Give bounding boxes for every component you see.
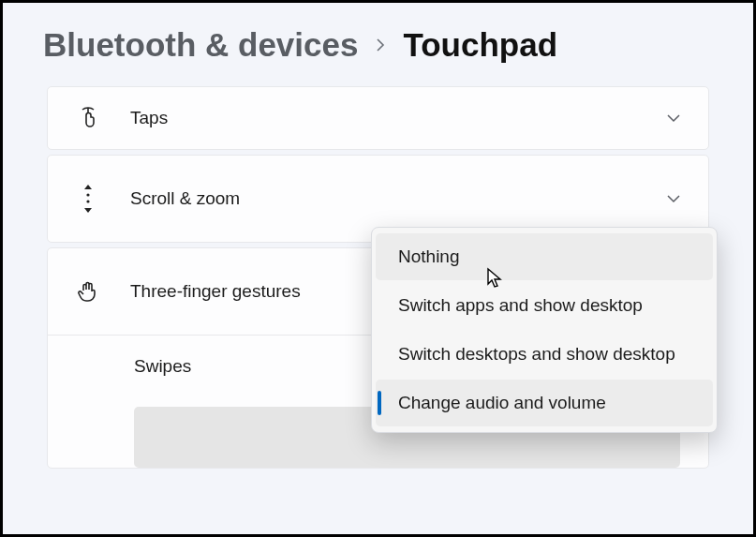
panel-taps[interactable]: Taps bbox=[47, 86, 709, 150]
dropdown-option-switch-apps[interactable]: Switch apps and show desktop bbox=[376, 282, 713, 329]
hand-icon bbox=[74, 279, 102, 304]
svg-point-1 bbox=[86, 200, 89, 202]
svg-point-0 bbox=[86, 193, 89, 196]
dropdown-option-switch-desktops[interactable]: Switch desktops and show desktop bbox=[376, 331, 713, 378]
chevron-right-icon bbox=[373, 37, 388, 52]
tap-icon bbox=[74, 106, 102, 130]
dropdown-option-nothing[interactable]: Nothing bbox=[376, 233, 713, 280]
swipes-dropdown: Nothing Switch apps and show desktop Swi… bbox=[371, 227, 718, 433]
chevron-down-icon bbox=[665, 110, 682, 127]
swipes-label: Swipes bbox=[134, 356, 191, 376]
breadcrumb-parent-link[interactable]: Bluetooth & devices bbox=[43, 26, 358, 64]
scroll-zoom-icon bbox=[74, 183, 102, 215]
panel-title-taps: Taps bbox=[130, 108, 665, 128]
dropdown-option-audio-volume[interactable]: Change audio and volume bbox=[376, 380, 713, 426]
breadcrumb-current: Touchpad bbox=[403, 26, 557, 64]
breadcrumb: Bluetooth & devices Touchpad bbox=[6, 6, 750, 64]
panel-title-scroll: Scroll & zoom bbox=[130, 188, 665, 209]
chevron-down-icon bbox=[665, 190, 682, 207]
